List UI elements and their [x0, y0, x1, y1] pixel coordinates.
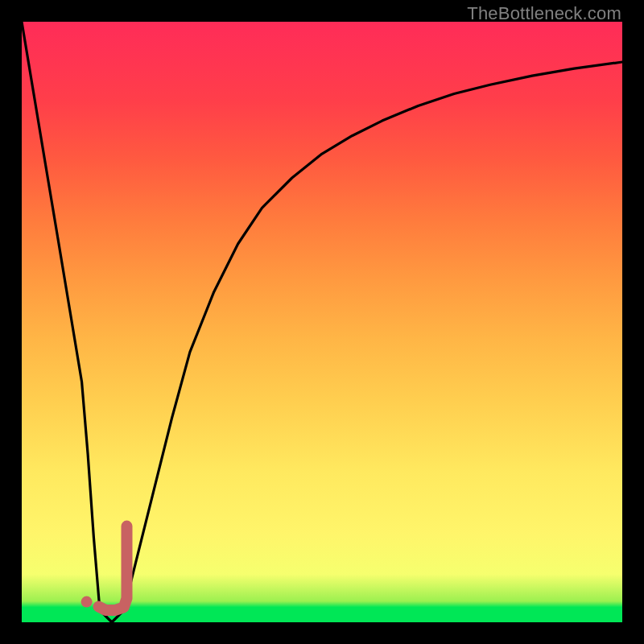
curve-layer	[22, 22, 622, 622]
watermark-text: TheBottleneck.com	[467, 3, 621, 24]
marker-j-stroke	[99, 526, 127, 611]
marker-dot	[81, 597, 93, 608]
plot-area	[22, 22, 622, 622]
chart-frame: TheBottleneck.com	[0, 0, 644, 644]
bottleneck-curve	[22, 22, 622, 622]
